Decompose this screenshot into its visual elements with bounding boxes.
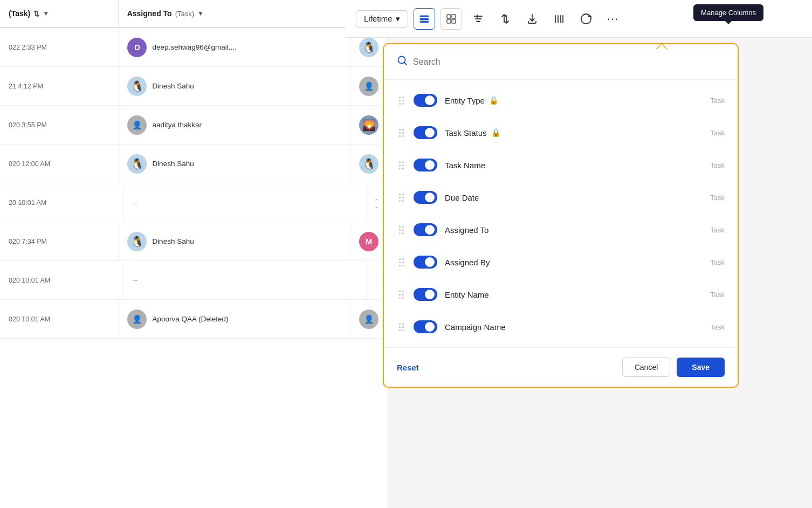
sort-button[interactable]	[494, 8, 516, 30]
assignee-name: Dinesh Sahu	[152, 160, 194, 168]
cell-assignee-0: D deep.sehwag96@gmail....	[119, 28, 350, 66]
column-name: Assigned By	[445, 258, 703, 267]
svg-rect-6	[452, 19, 456, 23]
lock-icon: 🔒	[489, 96, 498, 105]
svg-rect-3	[447, 15, 451, 18]
drag-handle	[397, 224, 406, 236]
toggle-6[interactable]	[414, 288, 437, 301]
table-row: 020 7:34 PM 🐧 Dinesh Sahu M	[0, 222, 388, 261]
footer-right: Cancel Save	[622, 358, 725, 377]
cell-assignee-7: 👤 Apoorva QAA (Deleted)	[119, 300, 350, 338]
cell-date-5: 020 7:34 PM	[0, 222, 119, 260]
cell-third-2: 🌄	[350, 106, 388, 144]
dash-value: --	[133, 276, 137, 284]
more-button[interactable]: ···	[602, 8, 624, 30]
dash-value: --	[375, 195, 379, 211]
lifetime-button[interactable]: Lifetime ▾	[356, 10, 408, 28]
export-button[interactable]	[521, 8, 543, 30]
cell-assignee-3: 🐧 Dinesh Sahu	[119, 145, 350, 183]
lifetime-label: Lifetime	[364, 14, 393, 23]
svg-rect-0	[420, 16, 429, 17]
column-row[interactable]: Assigned By Task	[384, 246, 738, 278]
column-row[interactable]: Entity Name Task	[384, 278, 738, 311]
panel-footer: Reset Cancel Save	[384, 347, 738, 387]
cell-date-1: 21 4:12 PM	[0, 67, 119, 105]
column-name: Task Name	[445, 161, 703, 170]
dash-value: --	[133, 198, 137, 207]
table-row: 20 10:01 AM -- --	[0, 183, 388, 222]
column-tag: Task	[710, 291, 725, 299]
tooltip-text: Manage Columns	[701, 9, 756, 17]
manage-columns-panel: Entity Type 🔒 Task Task S	[383, 43, 739, 388]
avatar: 🐧	[127, 77, 147, 96]
column-tag: Task	[710, 194, 725, 202]
lock-icon: 🔒	[491, 128, 500, 137]
column-name: Task Status 🔒	[445, 128, 703, 138]
list-view-button[interactable]	[414, 8, 435, 30]
avatar: 👤	[359, 310, 379, 329]
drag-handle	[397, 256, 406, 269]
drag-handle	[397, 159, 406, 171]
col-header-task: (Task) ⇅ ▼	[0, 0, 119, 27]
svg-rect-5	[447, 19, 451, 23]
cell-date-7: 020 10:01 AM	[0, 300, 119, 338]
refresh-button[interactable]	[575, 8, 597, 30]
col-assigned-to-dropdown[interactable]: ▼	[197, 10, 204, 17]
toggle-4[interactable]	[414, 223, 437, 236]
assignee-name: aaditya thakkar	[152, 121, 202, 129]
col-header-assigned-to-sub: (Task)	[175, 10, 194, 18]
avatar: 🐧	[359, 154, 379, 174]
column-row[interactable]: Task Status 🔒 Task	[384, 116, 738, 149]
toggle-7[interactable]	[414, 320, 437, 333]
cell-third-7: 👤	[350, 300, 388, 338]
cell-assignee-4: --	[124, 183, 367, 222]
column-row[interactable]: Entity Type 🔒 Task	[384, 84, 738, 116]
column-tag: Task	[710, 323, 725, 331]
cell-date-3: 020 12:00 AM	[0, 145, 119, 183]
toggle-2[interactable]	[414, 159, 437, 171]
sort-icon[interactable]: ⇅	[33, 10, 39, 18]
table-header: (Task) ⇅ ▼ Assigned To (Task) ▼ Assig	[0, 0, 388, 28]
toggle-1[interactable]	[414, 126, 437, 139]
manage-columns-tooltip: Manage Columns	[693, 4, 763, 21]
search-row	[384, 55, 738, 80]
svg-rect-2	[420, 21, 429, 23]
svg-rect-1	[420, 18, 429, 20]
drag-handle	[397, 321, 406, 333]
assignee-name: deep.sehwag96@gmail....	[152, 43, 236, 51]
col-dropdown-icon[interactable]: ▼	[43, 10, 49, 17]
table-row: 21 4:12 PM 🐧 Dinesh Sahu 👤	[0, 67, 388, 106]
toggle-5[interactable]	[414, 256, 437, 269]
cell-third-5: M	[350, 222, 388, 260]
reset-button[interactable]: Reset	[397, 363, 419, 372]
column-row[interactable]: Due Date Task	[384, 181, 738, 214]
table-row: 022 2:33 PM D deep.sehwag96@gmail.... 🐧	[0, 28, 388, 67]
toggle-0[interactable]	[414, 94, 437, 107]
cancel-button[interactable]: Cancel	[622, 358, 671, 377]
columns-list: Entity Type 🔒 Task Task S	[384, 80, 738, 347]
column-row[interactable]: Campaign Name Task	[384, 311, 738, 343]
search-input[interactable]	[413, 57, 725, 67]
grid-view-button[interactable]	[441, 8, 462, 30]
column-name: Entity Type 🔒	[445, 96, 703, 105]
cell-assignee-5: 🐧 Dinesh Sahu	[119, 222, 350, 260]
drag-handle	[397, 191, 406, 204]
filter-button[interactable]	[467, 8, 489, 30]
column-name: Assigned To	[445, 225, 703, 235]
cell-date-4: 20 10:01 AM	[0, 183, 124, 222]
svg-rect-4	[452, 15, 456, 18]
columns-button[interactable]	[548, 8, 570, 30]
cell-assignee-2: 👤 aaditya thakkar	[119, 106, 350, 144]
avatar: M	[359, 232, 379, 251]
avatar: D	[127, 38, 147, 57]
table-row: 020 10:01 AM -- --	[0, 261, 388, 300]
column-name: Due Date	[445, 193, 703, 202]
avatar: 👤	[127, 115, 147, 135]
toggle-3[interactable]	[414, 191, 437, 204]
save-button[interactable]: Save	[677, 358, 725, 377]
svg-line-16	[404, 63, 407, 65]
column-row[interactable]: Assigned To Task	[384, 214, 738, 246]
avatar: 🌄	[359, 115, 379, 135]
cell-date-6: 020 10:01 AM	[0, 261, 124, 299]
column-row[interactable]: Task Name Task	[384, 149, 738, 181]
